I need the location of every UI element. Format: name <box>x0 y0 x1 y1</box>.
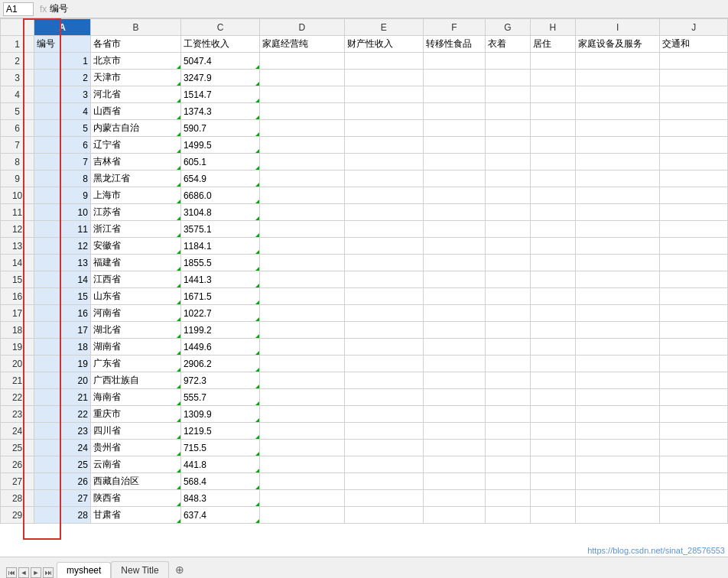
cell-E24[interactable] <box>344 423 423 440</box>
cell-A20[interactable]: 19 <box>34 356 91 372</box>
cell-H13[interactable] <box>530 238 575 255</box>
cell-H24[interactable] <box>530 423 575 440</box>
cell-J4[interactable] <box>660 86 728 103</box>
cell-F2[interactable] <box>423 53 485 70</box>
cell-E12[interactable] <box>344 221 423 238</box>
cell-G8[interactable] <box>485 154 530 170</box>
cell-H22[interactable] <box>530 389 575 406</box>
cell-C22[interactable]: 555.7 <box>180 389 259 406</box>
cell-B28[interactable]: 陕西省 <box>90 490 180 507</box>
cell-D11[interactable] <box>260 204 345 221</box>
cell-D19[interactable] <box>260 339 345 356</box>
cell-F5[interactable] <box>423 103 485 120</box>
cell-B23[interactable]: 重庆市 <box>90 406 180 423</box>
cell-I22[interactable] <box>575 389 660 406</box>
cell-F20[interactable] <box>423 356 485 372</box>
cell-I18[interactable] <box>575 322 660 339</box>
cell-F7[interactable] <box>423 137 485 154</box>
col-header-E[interactable]: E <box>344 19 423 36</box>
cell-F17[interactable] <box>423 305 485 322</box>
cell-E7[interactable] <box>344 137 423 154</box>
cell-A17[interactable]: 16 <box>34 305 91 322</box>
cell-D20[interactable] <box>260 356 345 372</box>
cell-E22[interactable] <box>344 389 423 406</box>
cell-A27[interactable]: 26 <box>34 473 91 490</box>
cell-B4[interactable]: 河北省 <box>90 86 180 103</box>
cell-H11[interactable] <box>530 204 575 221</box>
cell-E11[interactable] <box>344 204 423 221</box>
cell-J22[interactable] <box>660 389 728 406</box>
cell-I6[interactable] <box>575 120 660 137</box>
cell-G10[interactable] <box>485 187 530 204</box>
cell-B15[interactable]: 江西省 <box>90 271 180 288</box>
cell-D1[interactable]: 家庭经营纯 <box>260 36 345 53</box>
cell-B14[interactable]: 福建省 <box>90 255 180 271</box>
cell-G3[interactable] <box>485 70 530 86</box>
cell-C5[interactable]: 1374.3 <box>180 103 259 120</box>
cell-D25[interactable] <box>260 440 345 456</box>
cell-F6[interactable] <box>423 120 485 137</box>
cell-B21[interactable]: 广西壮族自 <box>90 372 180 389</box>
cell-J12[interactable] <box>660 221 728 238</box>
cell-J17[interactable] <box>660 305 728 322</box>
cell-I21[interactable] <box>575 372 660 389</box>
cell-D15[interactable] <box>260 271 345 288</box>
cell-G25[interactable] <box>485 440 530 456</box>
cell-C29[interactable]: 637.4 <box>180 507 259 524</box>
cell-C15[interactable]: 1441.3 <box>180 271 259 288</box>
col-header-G[interactable]: G <box>485 19 530 36</box>
cell-J10[interactable] <box>660 187 728 204</box>
cell-C26[interactable]: 441.8 <box>180 456 259 473</box>
cell-F27[interactable] <box>423 473 485 490</box>
cell-H28[interactable] <box>530 490 575 507</box>
cell-E14[interactable] <box>344 255 423 271</box>
cell-A5[interactable]: 4 <box>34 103 91 120</box>
cell-I12[interactable] <box>575 221 660 238</box>
cell-J1[interactable]: 交通和 <box>660 36 728 53</box>
cell-H21[interactable] <box>530 372 575 389</box>
cell-I15[interactable] <box>575 271 660 288</box>
cell-E5[interactable] <box>344 103 423 120</box>
cell-E25[interactable] <box>344 440 423 456</box>
cell-A19[interactable]: 18 <box>34 339 91 356</box>
cell-D21[interactable] <box>260 372 345 389</box>
cell-C28[interactable]: 848.3 <box>180 490 259 507</box>
cell-D9[interactable] <box>260 170 345 187</box>
cell-D22[interactable] <box>260 389 345 406</box>
cell-J20[interactable] <box>660 356 728 372</box>
cell-J5[interactable] <box>660 103 728 120</box>
cell-J26[interactable] <box>660 456 728 473</box>
cell-B7[interactable]: 辽宁省 <box>90 137 180 154</box>
cell-A6[interactable]: 5 <box>34 120 91 137</box>
cell-G16[interactable] <box>485 288 530 305</box>
cell-C27[interactable]: 568.4 <box>180 473 259 490</box>
col-header-A[interactable]: A <box>34 19 91 36</box>
cell-D18[interactable] <box>260 322 345 339</box>
tab-scroll-left[interactable]: ◄ <box>18 567 29 578</box>
cell-B10[interactable]: 上海市 <box>90 187 180 204</box>
cell-J27[interactable] <box>660 473 728 490</box>
cell-J28[interactable] <box>660 490 728 507</box>
cell-B22[interactable]: 海南省 <box>90 389 180 406</box>
cell-C1[interactable]: 工资性收入 <box>180 36 259 53</box>
cell-C9[interactable]: 654.9 <box>180 170 259 187</box>
cell-J6[interactable] <box>660 120 728 137</box>
cell-J24[interactable] <box>660 423 728 440</box>
cell-E3[interactable] <box>344 70 423 86</box>
cell-B25[interactable]: 贵州省 <box>90 440 180 456</box>
col-header-J[interactable]: J <box>660 19 728 36</box>
cell-E18[interactable] <box>344 322 423 339</box>
cell-C20[interactable]: 2906.2 <box>180 356 259 372</box>
cell-I4[interactable] <box>575 86 660 103</box>
cell-D28[interactable] <box>260 490 345 507</box>
cell-B1[interactable]: 各省市 <box>90 36 180 53</box>
cell-A7[interactable]: 6 <box>34 137 91 154</box>
cell-E29[interactable] <box>344 507 423 524</box>
cell-F8[interactable] <box>423 154 485 170</box>
cell-C16[interactable]: 1671.5 <box>180 288 259 305</box>
cell-E2[interactable] <box>344 53 423 70</box>
cell-B3[interactable]: 天津市 <box>90 70 180 86</box>
cell-E8[interactable] <box>344 154 423 170</box>
cell-E15[interactable] <box>344 271 423 288</box>
cell-H3[interactable] <box>530 70 575 86</box>
